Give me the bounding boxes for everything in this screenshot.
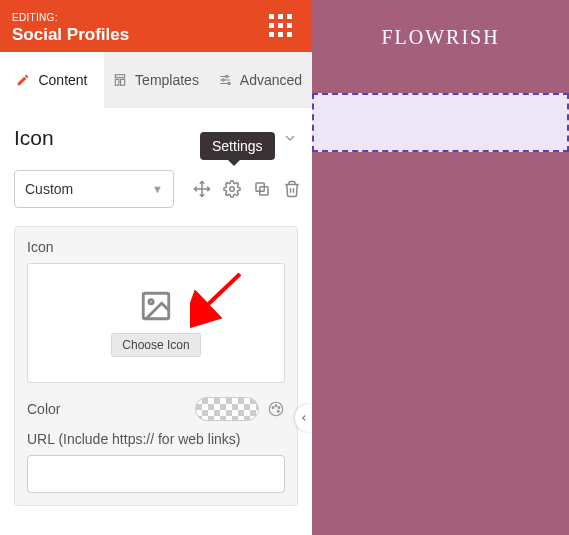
icon-card: Icon Choose Icon Color URL (Include http…	[14, 226, 298, 506]
image-placeholder-icon	[139, 289, 173, 323]
sliders-icon	[218, 73, 232, 87]
tab-content[interactable]: Content	[0, 52, 104, 108]
panel-header: EDITING: Social Profiles	[0, 0, 312, 52]
svg-point-17	[277, 410, 279, 412]
pencil-icon	[16, 73, 30, 87]
chevron-left-icon	[299, 413, 309, 423]
tool-icons	[192, 179, 302, 199]
duplicate-icon[interactable]	[252, 179, 272, 199]
settings-gear-icon[interactable]	[222, 179, 242, 199]
color-picker-icon[interactable]	[267, 400, 285, 418]
panel-title: Social Profiles	[12, 25, 129, 45]
svg-point-3	[225, 75, 227, 77]
svg-rect-0	[115, 75, 124, 78]
apps-grid-icon[interactable]	[269, 14, 292, 37]
editor-panel: EDITING: Social Profiles Content Templat…	[0, 0, 312, 535]
editing-label: EDITING:	[12, 12, 58, 23]
section-title: Icon	[14, 126, 54, 150]
templates-icon	[113, 73, 127, 87]
svg-point-12	[149, 300, 153, 304]
caret-down-icon: ▼	[152, 183, 163, 195]
brand-logo: FLOWRISH	[312, 0, 569, 49]
move-icon[interactable]	[192, 179, 212, 199]
icon-type-dropdown[interactable]: Custom ▼	[14, 170, 174, 208]
color-swatch[interactable]	[195, 397, 259, 421]
svg-point-15	[275, 405, 277, 407]
tabs: Content Templates Advanced	[0, 52, 312, 108]
element-toolbar: Settings Custom ▼	[14, 170, 298, 208]
svg-rect-2	[121, 79, 125, 85]
svg-point-8	[230, 187, 235, 192]
tab-templates[interactable]: Templates	[104, 52, 208, 108]
dropdown-value: Custom	[25, 181, 73, 197]
selected-element-outline[interactable]	[312, 93, 569, 152]
svg-point-16	[278, 407, 280, 409]
svg-point-5	[228, 82, 230, 84]
color-row: Color	[27, 397, 285, 421]
color-label: Color	[27, 401, 60, 417]
url-input[interactable]	[27, 455, 285, 493]
preview-canvas: FLOWRISH	[312, 0, 569, 535]
tooltip: Settings	[200, 132, 275, 160]
panel-body: Icon Settings Custom ▼	[0, 108, 312, 535]
svg-rect-1	[115, 79, 119, 85]
delete-icon[interactable]	[282, 179, 302, 199]
chevron-down-icon[interactable]	[282, 130, 298, 146]
icon-preview-well[interactable]: Choose Icon	[27, 263, 285, 383]
tab-label: Advanced	[240, 72, 302, 88]
icon-field-label: Icon	[27, 239, 285, 255]
svg-point-14	[272, 407, 274, 409]
tab-label: Content	[38, 72, 87, 88]
tab-advanced[interactable]: Advanced	[208, 52, 312, 108]
svg-point-4	[222, 79, 224, 81]
url-label: URL (Include https:// for web links)	[27, 431, 285, 447]
choose-icon-button[interactable]: Choose Icon	[111, 333, 200, 357]
tab-label: Templates	[135, 72, 199, 88]
